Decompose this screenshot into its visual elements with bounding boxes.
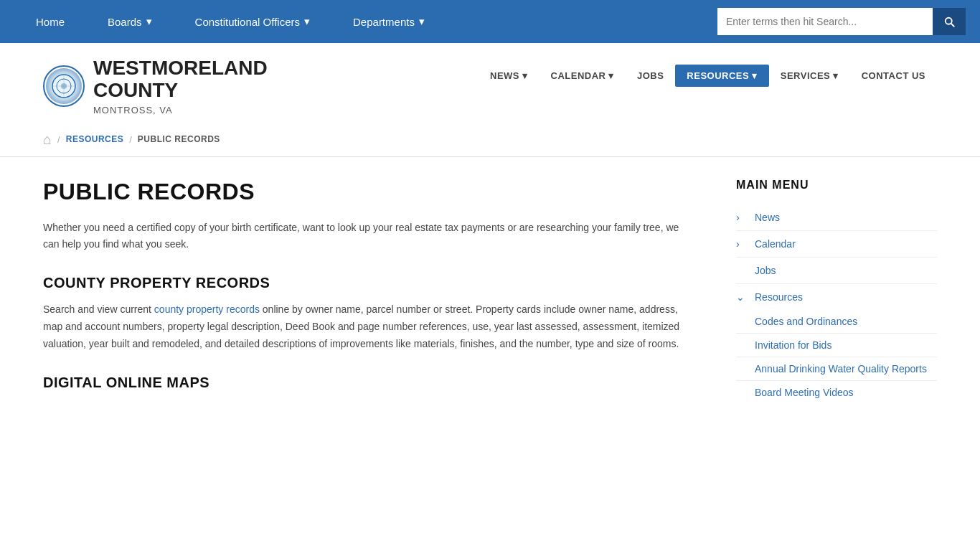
county-property-text-before: Search and view current	[43, 303, 154, 315]
nav-constitutional-officers[interactable]: Constitutional Officers ▾	[174, 0, 331, 43]
nav-departments[interactable]: Departments ▾	[331, 0, 446, 43]
sidebar-sub-water[interactable]: Annual Drinking Water Quality Reports	[736, 357, 937, 381]
search-input[interactable]	[717, 8, 933, 35]
sidebar-sub-bids[interactable]: Invitation for Bids	[736, 334, 937, 357]
sidebar-item-resources[interactable]: ⌄ Resources	[736, 284, 937, 310]
sidebar-resources-link[interactable]: Resources	[755, 291, 803, 303]
calendar-dropdown-icon: ▾	[608, 70, 614, 81]
top-navigation: Home Boards ▾ Constitutional Officers ▾ …	[0, 0, 980, 43]
sidebar-news-link[interactable]: News	[755, 212, 780, 223]
nav-home[interactable]: Home	[14, 0, 86, 43]
board-videos-link[interactable]: Board Meeting Videos	[755, 387, 854, 398]
breadcrumb-separator-1: /	[57, 134, 60, 145]
sidebar-calendar-link[interactable]: Calendar	[755, 238, 796, 250]
sidebar-item-jobs[interactable]: Jobs	[736, 258, 937, 284]
site-header: WESTMORELAND COUNTY MONTROSS, VA NEWS ▾ …	[0, 43, 980, 123]
section-digital-maps-title: DIGITAL ONLINE MAPS	[43, 375, 693, 391]
breadcrumb-current: PUBLIC RECORDS	[138, 134, 220, 144]
home-icon[interactable]: ⌂	[43, 131, 52, 148]
search-bar	[717, 8, 966, 35]
departments-dropdown-icon: ▾	[419, 15, 425, 28]
breadcrumb-resources[interactable]: RESOURCES	[66, 134, 124, 144]
sidebar-title: MAIN MENU	[736, 179, 937, 192]
search-icon	[943, 15, 956, 28]
sidebar-menu: › News › Calendar Jobs ⌄ Resources	[736, 204, 937, 310]
constitutional-officers-dropdown-icon: ▾	[304, 15, 310, 28]
sidebar-submenu-resources: Codes and Ordinances Invitation for Bids…	[736, 310, 937, 404]
search-button[interactable]	[933, 8, 966, 35]
site-subtitle: MONTROSS, VA	[93, 105, 268, 116]
site-logo	[43, 65, 85, 107]
breadcrumb-separator-2: /	[129, 134, 132, 145]
resources-chevron-down-icon: ⌄	[736, 291, 748, 303]
news-chevron-right-icon: ›	[736, 212, 748, 223]
logo-row: WESTMORELAND COUNTY MONTROSS, VA	[43, 57, 268, 116]
resources-dropdown-icon: ▾	[752, 70, 758, 81]
top-nav-links: Home Boards ▾ Constitutional Officers ▾ …	[14, 0, 717, 43]
page-title: PUBLIC RECORDS	[43, 179, 693, 205]
seal-icon	[51, 73, 77, 99]
sidebar: MAIN MENU › News › Calendar Jobs ⌄ Resou…	[736, 179, 937, 404]
bids-link[interactable]: Invitation for Bids	[755, 339, 831, 351]
sidebar-item-news[interactable]: › News	[736, 204, 937, 231]
boards-dropdown-icon: ▾	[146, 15, 152, 28]
nav-resources[interactable]: RESOURCES ▾	[675, 65, 768, 87]
site-logo-area: WESTMORELAND COUNTY MONTROSS, VA	[43, 57, 268, 116]
sidebar-sub-board-videos[interactable]: Board Meeting Videos	[736, 381, 937, 404]
calendar-chevron-right-icon: ›	[736, 238, 748, 250]
nav-calendar[interactable]: CALENDAR ▾	[540, 65, 626, 87]
nav-news[interactable]: NEWS ▾	[479, 65, 540, 87]
logo-seal	[46, 68, 82, 104]
breadcrumb: ⌂ / RESOURCES / PUBLIC RECORDS	[0, 123, 980, 157]
sidebar-item-calendar[interactable]: › Calendar	[736, 231, 937, 258]
sidebar-jobs-link[interactable]: Jobs	[755, 265, 776, 276]
nav-services[interactable]: SERVICES ▾	[769, 65, 850, 87]
services-dropdown-icon: ▾	[833, 70, 839, 81]
nav-jobs[interactable]: JOBS	[626, 65, 675, 87]
site-title: WESTMORELAND COUNTY	[93, 57, 268, 102]
site-name: WESTMORELAND COUNTY MONTROSS, VA	[93, 57, 268, 116]
water-link[interactable]: Annual Drinking Water Quality Reports	[755, 363, 927, 375]
news-dropdown-icon: ▾	[522, 70, 528, 81]
secondary-navigation: NEWS ▾ CALENDAR ▾ JOBS RESOURCES ▾ SERVI…	[479, 65, 937, 87]
main-content: PUBLIC RECORDS Whether you need a certif…	[0, 157, 980, 433]
county-property-link[interactable]: county property records	[154, 303, 260, 315]
nav-boards[interactable]: Boards ▾	[86, 0, 174, 43]
codes-link[interactable]: Codes and Ordinances	[755, 316, 857, 327]
section-county-property-text: Search and view current county property …	[43, 301, 693, 352]
nav-contact-us[interactable]: CONTACT US	[850, 65, 937, 87]
section-county-property-title: COUNTY PROPERTY RECORDS	[43, 275, 693, 291]
intro-text: Whether you need a certified copy of you…	[43, 220, 693, 254]
sidebar-sub-codes[interactable]: Codes and Ordinances	[736, 310, 937, 334]
content-left: PUBLIC RECORDS Whether you need a certif…	[43, 179, 693, 404]
